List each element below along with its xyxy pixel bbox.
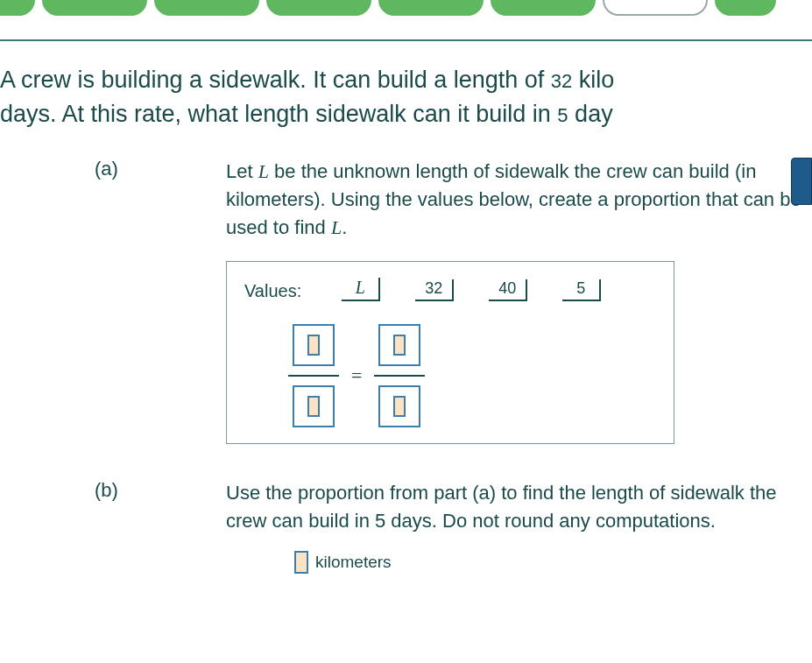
answer-input[interactable] (294, 551, 308, 574)
denominator-right-slot[interactable] (378, 385, 420, 427)
question-fragment: days. At this rate, what length sidewalk… (0, 101, 557, 127)
progress-pill[interactable] (378, 0, 484, 16)
part-b: (b) Use the proportion from part (a) to … (95, 479, 812, 574)
fraction-bar (374, 375, 425, 377)
question-fragment: day (568, 101, 613, 127)
hint-button[interactable] (791, 158, 812, 205)
value-chip-32[interactable]: 32 (415, 279, 454, 301)
part-a-instructions: Let L be the unknown length of sidewalk … (226, 158, 812, 242)
progress-pill-row (0, 0, 812, 26)
progress-pill[interactable] (715, 0, 776, 16)
question-value-1: 32 (551, 70, 572, 92)
input-slot-icon (393, 335, 406, 356)
fraction-right (374, 324, 425, 427)
answer-unit: kilometers (315, 553, 392, 572)
fraction-bar (288, 375, 339, 377)
denominator-left-slot[interactable] (293, 385, 335, 427)
question-text: A crew is building a sidewalk. It can bu… (0, 63, 812, 131)
instr-fragment: . (342, 216, 347, 238)
instr-fragment: Let (226, 160, 258, 182)
value-chip-40[interactable]: 40 (489, 279, 527, 301)
progress-pill[interactable] (491, 0, 596, 16)
answer-row: kilometers (294, 551, 812, 574)
section-divider (0, 39, 812, 41)
progress-pill[interactable] (0, 0, 35, 16)
numerator-left-slot[interactable] (293, 324, 335, 366)
value-chip-l[interactable]: L (342, 278, 380, 301)
part-a: (a) Let L be the unknown length of sidew… (95, 158, 812, 444)
progress-pill[interactable] (266, 0, 371, 16)
part-b-label: (b) (95, 479, 226, 502)
question-fragment: A crew is building a sidewalk. It can bu… (0, 67, 551, 93)
part-b-instructions: Use the proportion from part (a) to find… (226, 479, 812, 535)
variable-l: L (258, 160, 269, 182)
fraction-left (288, 324, 339, 427)
part-a-label: (a) (95, 158, 226, 180)
equals-sign: = (351, 364, 362, 387)
values-panel: Values: L 32 40 5 = (226, 261, 674, 444)
question-value-3: 5 (557, 104, 568, 126)
progress-pill[interactable] (42, 0, 147, 16)
question-fragment: kilo (572, 67, 614, 93)
progress-pill-current[interactable] (603, 0, 708, 16)
input-slot-icon (307, 335, 320, 356)
instr-fragment: be the unknown length of sidewalk the cr… (226, 160, 801, 238)
input-slot-icon (307, 396, 320, 417)
numerator-right-slot[interactable] (378, 324, 420, 366)
input-slot-icon (393, 396, 406, 417)
proportion-builder: = (288, 324, 656, 427)
value-chip-5[interactable]: 5 (562, 279, 601, 301)
variable-l: L (331, 216, 342, 238)
progress-pill[interactable] (154, 0, 259, 16)
values-label: Values: (244, 281, 301, 301)
